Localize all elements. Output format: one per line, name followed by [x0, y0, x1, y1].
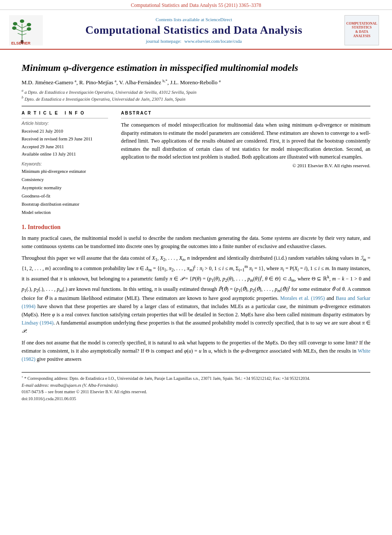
abstract-column: ABSTRACT The consequences of model missp… — [121, 111, 370, 217]
journal-header: ELSEVIER Contents lists available at Sci… — [0, 10, 392, 50]
info-abstract-columns: A R T I C L E I N F O Article history: R… — [22, 111, 370, 217]
journal-title: Computational Statistics and Data Analys… — [43, 24, 344, 37]
doi-footnote: doi:10.1016/j.csda.2011.06.035 — [22, 395, 370, 402]
journal-reference-bar: Computational Statistics and Data Analys… — [0, 0, 392, 10]
keyword-3: Asymptotic normality — [22, 184, 108, 192]
ref-white[interactable]: White (1982) — [22, 348, 370, 362]
journal-center-block: Contents lists available at ScienceDirec… — [43, 17, 344, 44]
contents-available-line: Contents lists available at ScienceDirec… — [43, 17, 344, 22]
accepted-date: Accepted 29 June 2011 — [22, 143, 108, 151]
intro-paragraph-1: In many practical cases, the multinomial… — [22, 234, 370, 251]
sciencedirect-link[interactable]: ScienceDirect — [205, 17, 232, 22]
homepage-line: journal homepage: www.elsevier.com/locat… — [43, 38, 344, 44]
homepage-url[interactable]: www.elsevier.com/locate/csda — [184, 38, 242, 44]
keyword-4: Goodness-of-fit — [22, 192, 108, 201]
article-info-heading: A R T I C L E I N F O — [22, 111, 108, 115]
article-content: Minimum φ-divergence estimation in missp… — [0, 50, 392, 411]
email-footnote: E-mail address: mvalba@ujaen.es (V. Alba… — [22, 382, 370, 389]
svg-text:ELSEVIER: ELSEVIER — [11, 41, 31, 45]
intro-heading: 1. Introduction — [22, 224, 370, 231]
intro-paragraph-2: Throughout this paper we will assume tha… — [22, 254, 370, 336]
svg-point-9 — [12, 26, 16, 30]
introduction-section: 1. Introduction In many practical cases,… — [22, 224, 370, 363]
abstract-heading: ABSTRACT — [121, 111, 370, 115]
csda-logo: COMPUTATIONALSTATISTICS& DATAANALYSIS — [344, 15, 379, 45]
keyword-5: Bootstrap distribution estimator — [22, 201, 108, 209]
homepage-label: journal homepage: — [146, 38, 182, 44]
footnote-section: * * Corresponding address: Dpto. de Esta… — [22, 372, 370, 402]
svg-point-10 — [27, 23, 31, 26]
authors-text: M.D. Jiménez-Gamero a, R. Pino-Mejías a,… — [22, 79, 220, 86]
article-title: Minimum φ-divergence estimation in missp… — [22, 62, 370, 74]
abstract-copyright: © 2011 Elsevier B.V. All rights reserved… — [121, 163, 370, 168]
affiliation-b: b Dpto. de Estadística e Investigación O… — [22, 96, 370, 102]
abstract-text: The consequences of model misspecificati… — [121, 121, 370, 161]
affiliation-a: a a Dpto. de Estadística e Investigación… — [22, 89, 370, 95]
online-date: Available online 13 July 2011 — [22, 150, 108, 158]
contents-text: Contents lists available at — [156, 17, 204, 22]
svg-point-12 — [20, 19, 24, 23]
keyword-6: Model selection — [22, 209, 108, 217]
svg-point-11 — [27, 27, 31, 31]
keyword-1: Minimum phi-divergence estimator — [22, 168, 108, 176]
section-divider — [22, 106, 370, 106]
ref-lindsay[interactable]: Lindsay (1994) — [22, 320, 54, 326]
info-rule — [22, 118, 108, 118]
article-info-column: A R T I C L E I N F O Article history: R… — [22, 111, 108, 217]
history-label: Article history: — [22, 121, 108, 126]
phi-symbol: φ — [63, 62, 69, 73]
article-dates: Received 21 July 2010 Received in revise… — [22, 127, 108, 158]
authors-line: M.D. Jiménez-Gamero a, R. Pino-Mejías a,… — [22, 79, 370, 86]
received-date: Received 21 July 2010 — [22, 127, 108, 135]
keyword-2: Consistency — [22, 176, 108, 184]
corresponding-footnote: * * Corresponding address: Dpto. de Esta… — [22, 375, 370, 382]
issn-footnote: 0167-9473/$ – see front matter © 2011 El… — [22, 389, 370, 395]
svg-point-8 — [13, 22, 17, 25]
intro-paragraph-3: If one does not assume that the model is… — [22, 339, 370, 363]
ref-morales[interactable]: Morales et al. (1995) — [280, 295, 325, 301]
elsevier-logo: ELSEVIER — [9, 15, 43, 45]
abstract-rule — [121, 118, 370, 118]
journal-reference-text: Computational Statistics and Data Analys… — [131, 3, 261, 8]
keywords-label: Keywords: — [22, 162, 108, 166]
revised-date: Received in revised form 29 June 2011 — [22, 135, 108, 143]
keywords-list: Minimum phi-divergence estimator Consist… — [22, 168, 108, 217]
